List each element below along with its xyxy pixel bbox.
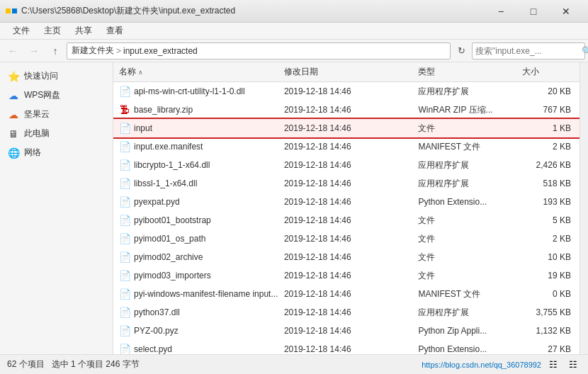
menu-view[interactable]: 查看	[99, 23, 130, 39]
sidebar-item-this-pc[interactable]: 🖥 此电脑	[0, 124, 113, 143]
main-area: ⭐ 快速访问 ☁ WPS网盘 ☁ 坚果云 🖥 此电脑 🌐 网络 名称 ∧	[0, 62, 588, 354]
view-large-icon-button[interactable]: ☷	[565, 357, 581, 373]
file-type-cell: Python Extensio...	[412, 344, 516, 354]
col-header-type[interactable]: 类型	[412, 64, 516, 79]
file-name-label: select.pyd	[134, 344, 172, 354]
file-row[interactable]: 📄 input 2019-12-18 14:46 文件 1 KB	[113, 119, 579, 137]
file-icon: 📄	[119, 325, 130, 336]
file-date-cell: 2019-12-18 14:46	[278, 123, 413, 133]
file-row[interactable]: 📄 pyexpat.pyd 2019-12-18 14:46 Python Ex…	[113, 193, 579, 211]
breadcrumb-current: input.exe_extracted	[123, 46, 198, 56]
file-size-cell: 0 KB	[516, 289, 579, 299]
file-name-label: input.exe.manifest	[134, 142, 203, 152]
file-name-cell: 📄 libssl-1_1-x64.dll	[113, 178, 278, 189]
col-type-label: 类型	[418, 66, 435, 78]
computer-icon: 🖥	[7, 128, 20, 140]
file-row[interactable]: 📄 pyimod03_importers 2019-12-18 14:46 文件…	[113, 266, 579, 285]
scrollbar-track[interactable]	[579, 62, 588, 354]
file-row[interactable]: 📄 pyimod01_os_path 2019-12-18 14:46 文件 2…	[113, 230, 579, 248]
file-row[interactable]: 📄 python37.dll 2019-12-18 14:46 应用程序扩展 3…	[113, 303, 579, 322]
file-row[interactable]: 📄 pyiboot01_bootstrap 2019-12-18 14:46 文…	[113, 211, 579, 230]
col-header-size[interactable]: 大小	[516, 64, 579, 79]
file-icon: 📄	[119, 86, 130, 97]
close-button[interactable]: ✕	[550, 0, 582, 23]
file-date-cell: 2019-12-18 14:46	[278, 234, 413, 244]
minimize-button[interactable]: −	[485, 0, 517, 23]
file-name-label: pyimod01_os_path	[134, 234, 205, 244]
status-right: https://blog.csdn.net/qq_36078992 ☷ ☷	[422, 357, 581, 373]
file-icon: 🗜	[119, 104, 130, 115]
sidebar-item-jianguoyun[interactable]: ☁ 坚果云	[0, 105, 113, 124]
file-name-cell: 📄 pyiboot01_bootstrap	[113, 215, 278, 226]
maximize-button[interactable]: □	[517, 0, 550, 23]
file-name-cell: 📄 libcrypto-1_1-x64.dll	[113, 159, 278, 171]
file-icon: 📄	[119, 141, 130, 152]
file-name-cell: 📄 input.exe.manifest	[113, 141, 278, 152]
search-box[interactable]: 🔍	[472, 42, 585, 60]
file-date-cell: 2019-12-18 14:46	[278, 289, 413, 299]
file-type-cell: 文件	[412, 123, 516, 135]
sidebar-label-wps: WPS网盘	[24, 89, 60, 101]
sidebar-label-this-pc: 此电脑	[24, 128, 50, 140]
file-name-label: pyexpat.pyd	[134, 197, 180, 207]
file-size-cell: 2,426 KB	[516, 160, 579, 170]
file-name-label: pyimod03_importers	[134, 271, 211, 280]
file-row[interactable]: 📄 input.exe.manifest 2019-12-18 14:46 MA…	[113, 137, 579, 156]
search-input[interactable]	[475, 46, 582, 56]
breadcrumb-bar[interactable]: 新建文件夹 > input.exe_extracted	[67, 42, 451, 60]
file-icon: 📄	[119, 251, 130, 263]
file-name-cell: 📄 api-ms-win-crt-utility-l1-1-0.dll	[113, 86, 278, 97]
file-size-cell: 2 KB	[516, 234, 579, 244]
file-date-cell: 2019-12-18 14:46	[278, 105, 413, 115]
file-type-cell: 文件	[412, 251, 516, 264]
title-bar: C:\Users\25868\Desktop\新建文件夹\input.exe_e…	[0, 0, 588, 23]
file-size-cell: 19 KB	[516, 271, 579, 280]
file-type-cell: 应用程序扩展	[412, 178, 516, 190]
sidebar-item-network[interactable]: 🌐 网络	[0, 143, 113, 162]
file-size-cell: 518 KB	[516, 178, 579, 188]
search-icon: 🔍	[582, 46, 588, 56]
menu-share[interactable]: 共享	[68, 23, 99, 39]
file-row[interactable]: 📄 libssl-1_1-x64.dll 2019-12-18 14:46 应用…	[113, 174, 579, 193]
sidebar-label-quick-access: 快速访问	[24, 70, 58, 82]
file-size-cell: 2 KB	[516, 142, 579, 152]
file-date-cell: 2019-12-18 14:46	[278, 86, 413, 96]
sort-arrow-icon: ∧	[138, 69, 143, 76]
file-date-cell: 2019-12-18 14:46	[278, 307, 413, 317]
file-type-cell: 文件	[412, 215, 516, 227]
file-date-cell: 2019-12-18 14:46	[278, 271, 413, 280]
file-row[interactable]: 📄 api-ms-win-crt-utility-l1-1-0.dll 2019…	[113, 82, 579, 101]
cloud-wps-icon: ☁	[7, 90, 20, 101]
file-icon: 📄	[119, 270, 130, 281]
refresh-button[interactable]: ↻	[452, 42, 470, 60]
file-row[interactable]: 📄 pyi-windows-manifest-filename input...…	[113, 285, 579, 303]
col-header-date[interactable]: 修改日期	[278, 64, 413, 79]
col-size-label: 大小	[522, 66, 539, 78]
file-row[interactable]: 🗜 base_library.zip 2019-12-18 14:46 WinR…	[113, 101, 579, 119]
up-button[interactable]: ↑	[45, 42, 65, 60]
file-row[interactable]: 📄 select.pyd 2019-12-18 14:46 Python Ext…	[113, 340, 579, 354]
sidebar-label-network: 网络	[24, 147, 41, 159]
menu-file[interactable]: 文件	[6, 23, 37, 39]
view-details-button[interactable]: ☷	[545, 357, 561, 373]
status-bar: 62 个项目 选中 1 个项目 246 字节 https://blog.csdn…	[0, 354, 588, 374]
sidebar-item-quick-access[interactable]: ⭐ 快速访问	[0, 67, 113, 86]
blog-link[interactable]: https://blog.csdn.net/qq_36078992	[422, 361, 541, 369]
file-date-cell: 2019-12-18 14:46	[278, 344, 413, 354]
file-name-label: base_library.zip	[134, 105, 193, 115]
back-button[interactable]: ←	[3, 42, 23, 60]
column-headers: 名称 ∧ 修改日期 类型 大小	[113, 62, 579, 82]
file-date-cell: 2019-12-18 14:46	[278, 197, 413, 207]
sidebar-item-wps[interactable]: ☁ WPS网盘	[0, 86, 113, 105]
forward-button[interactable]: →	[24, 42, 44, 60]
file-name-label: api-ms-win-crt-utility-l1-1-0.dll	[134, 86, 245, 96]
breadcrumb-sep: >	[116, 46, 121, 56]
title-bar-controls: − □ ✕	[485, 0, 582, 23]
file-row[interactable]: 📄 libcrypto-1_1-x64.dll 2019-12-18 14:46…	[113, 156, 579, 174]
col-header-name[interactable]: 名称 ∧	[113, 64, 278, 79]
file-row[interactable]: 📄 pyimod02_archive 2019-12-18 14:46 文件 1…	[113, 248, 579, 266]
menu-home[interactable]: 主页	[37, 23, 68, 39]
file-name-label: libcrypto-1_1-x64.dll	[134, 160, 210, 170]
file-row[interactable]: 📄 PYZ-00.pyz 2019-12-18 14:46 Python Zip…	[113, 322, 579, 340]
file-name-cell: 📄 pyimod01_os_path	[113, 233, 278, 244]
